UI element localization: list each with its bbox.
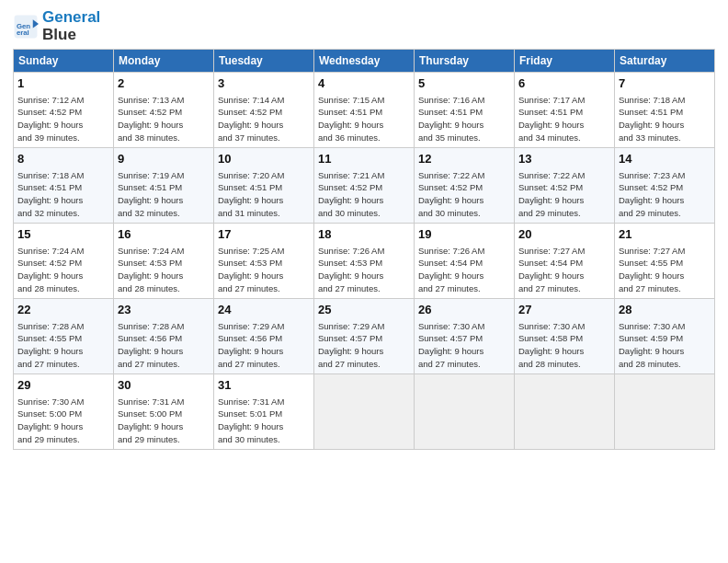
day-number: 20 <box>518 226 610 243</box>
calendar-day-cell: 30Sunrise: 7:31 AMSunset: 5:00 PMDayligh… <box>114 374 214 450</box>
calendar-day-cell: 18Sunrise: 7:26 AMSunset: 4:53 PMDayligh… <box>314 224 415 299</box>
weekday-header-cell: Friday <box>515 50 615 73</box>
weekday-header-cell: Tuesday <box>214 50 314 73</box>
day-info: Sunrise: 7:22 AMSunset: 4:52 PMDaylight:… <box>518 169 610 220</box>
calendar-day-cell: 12Sunrise: 7:22 AMSunset: 4:52 PMDayligh… <box>415 148 515 224</box>
day-info: Sunrise: 7:23 AMSunset: 4:52 PMDaylight:… <box>619 169 711 220</box>
day-info: Sunrise: 7:29 AMSunset: 4:56 PMDaylight:… <box>218 320 310 371</box>
day-number: 26 <box>418 302 510 318</box>
calendar-day-cell: 25Sunrise: 7:29 AMSunset: 4:57 PMDayligh… <box>314 299 415 374</box>
day-number: 10 <box>218 151 310 167</box>
calendar-body: 1Sunrise: 7:12 AMSunset: 4:52 PMDaylight… <box>14 73 715 450</box>
calendar-day-cell: 5Sunrise: 7:16 AMSunset: 4:51 PMDaylight… <box>415 73 515 148</box>
day-info: Sunrise: 7:30 AMSunset: 4:58 PMDaylight:… <box>518 320 610 371</box>
day-number: 17 <box>218 226 310 243</box>
day-number: 12 <box>418 151 510 167</box>
calendar-day-cell: 28Sunrise: 7:30 AMSunset: 4:59 PMDayligh… <box>615 299 715 374</box>
day-number: 19 <box>418 226 510 243</box>
day-info: Sunrise: 7:27 AMSunset: 4:55 PMDaylight:… <box>619 245 711 295</box>
day-info: Sunrise: 7:30 AMSunset: 5:00 PMDaylight:… <box>17 396 109 446</box>
calendar-day-cell: 23Sunrise: 7:28 AMSunset: 4:56 PMDayligh… <box>114 299 214 374</box>
day-info: Sunrise: 7:26 AMSunset: 4:53 PMDaylight:… <box>318 245 410 295</box>
day-number: 5 <box>418 75 510 92</box>
day-info: Sunrise: 7:24 AMSunset: 4:53 PMDaylight:… <box>118 245 210 295</box>
day-number: 24 <box>218 302 310 318</box>
calendar-day-cell: 8Sunrise: 7:18 AMSunset: 4:51 PMDaylight… <box>14 148 114 224</box>
day-info: Sunrise: 7:17 AMSunset: 4:51 PMDaylight:… <box>518 94 610 144</box>
calendar-day-cell: 10Sunrise: 7:20 AMSunset: 4:51 PMDayligh… <box>214 148 314 224</box>
weekday-header-row: SundayMondayTuesdayWednesdayThursdayFrid… <box>14 50 715 73</box>
day-number: 22 <box>17 302 109 318</box>
calendar-week-row: 29Sunrise: 7:30 AMSunset: 5:00 PMDayligh… <box>14 374 715 450</box>
calendar-day-cell: 20Sunrise: 7:27 AMSunset: 4:54 PMDayligh… <box>515 224 615 299</box>
day-number: 21 <box>619 226 711 243</box>
calendar-day-cell: 31Sunrise: 7:31 AMSunset: 5:01 PMDayligh… <box>214 374 314 450</box>
logo-icon: Gen eral <box>13 14 39 40</box>
calendar-week-row: 22Sunrise: 7:28 AMSunset: 4:55 PMDayligh… <box>14 299 715 374</box>
weekday-header-cell: Thursday <box>415 50 515 73</box>
day-number: 31 <box>218 377 310 394</box>
calendar-day-cell: 9Sunrise: 7:19 AMSunset: 4:51 PMDaylight… <box>114 148 214 224</box>
calendar-week-row: 15Sunrise: 7:24 AMSunset: 4:52 PMDayligh… <box>14 224 715 299</box>
header: Gen eral General Blue <box>13 9 715 43</box>
calendar-day-cell: 22Sunrise: 7:28 AMSunset: 4:55 PMDayligh… <box>14 299 114 374</box>
day-info: Sunrise: 7:15 AMSunset: 4:51 PMDaylight:… <box>318 94 410 144</box>
calendar-day-cell: 26Sunrise: 7:30 AMSunset: 4:57 PMDayligh… <box>415 299 515 374</box>
calendar-day-cell: 16Sunrise: 7:24 AMSunset: 4:53 PMDayligh… <box>114 224 214 299</box>
calendar-day-cell: 3Sunrise: 7:14 AMSunset: 4:52 PMDaylight… <box>214 73 314 148</box>
day-number: 23 <box>118 302 210 318</box>
day-info: Sunrise: 7:31 AMSunset: 5:01 PMDaylight:… <box>218 396 310 446</box>
day-info: Sunrise: 7:19 AMSunset: 4:51 PMDaylight:… <box>118 169 210 220</box>
day-number: 28 <box>619 302 711 318</box>
calendar-day-cell: 1Sunrise: 7:12 AMSunset: 4:52 PMDaylight… <box>14 73 114 148</box>
weekday-header-cell: Saturday <box>615 50 715 73</box>
calendar-day-cell: 4Sunrise: 7:15 AMSunset: 4:51 PMDaylight… <box>314 73 415 148</box>
day-number: 8 <box>17 151 109 167</box>
day-number: 13 <box>518 151 610 167</box>
svg-text:eral: eral <box>17 29 29 37</box>
day-number: 9 <box>118 151 210 167</box>
day-info: Sunrise: 7:14 AMSunset: 4:52 PMDaylight:… <box>218 94 310 144</box>
day-info: Sunrise: 7:30 AMSunset: 4:57 PMDaylight:… <box>418 320 510 371</box>
logo-text: General Blue <box>42 9 100 43</box>
calendar-day-cell: 21Sunrise: 7:27 AMSunset: 4:55 PMDayligh… <box>615 224 715 299</box>
day-number: 25 <box>318 302 410 318</box>
day-info: Sunrise: 7:31 AMSunset: 5:00 PMDaylight:… <box>118 396 210 446</box>
day-number: 15 <box>17 226 109 243</box>
day-number: 27 <box>518 302 610 318</box>
calendar-day-cell: 13Sunrise: 7:22 AMSunset: 4:52 PMDayligh… <box>515 148 615 224</box>
day-info: Sunrise: 7:22 AMSunset: 4:52 PMDaylight:… <box>418 169 510 220</box>
day-info: Sunrise: 7:25 AMSunset: 4:53 PMDaylight:… <box>218 245 310 295</box>
calendar-day-cell: 2Sunrise: 7:13 AMSunset: 4:52 PMDaylight… <box>114 73 214 148</box>
day-number: 16 <box>118 226 210 243</box>
day-info: Sunrise: 7:28 AMSunset: 4:55 PMDaylight:… <box>17 320 109 371</box>
day-info: Sunrise: 7:27 AMSunset: 4:54 PMDaylight:… <box>518 245 610 295</box>
day-info: Sunrise: 7:16 AMSunset: 4:51 PMDaylight:… <box>418 94 510 144</box>
weekday-header-cell: Monday <box>114 50 214 73</box>
calendar-day-cell: 17Sunrise: 7:25 AMSunset: 4:53 PMDayligh… <box>214 224 314 299</box>
day-number: 14 <box>619 151 711 167</box>
calendar-day-cell: 24Sunrise: 7:29 AMSunset: 4:56 PMDayligh… <box>214 299 314 374</box>
weekday-header-cell: Sunday <box>14 50 114 73</box>
calendar-table: SundayMondayTuesdayWednesdayThursdayFrid… <box>13 49 715 450</box>
calendar-day-cell <box>314 374 415 450</box>
day-info: Sunrise: 7:18 AMSunset: 4:51 PMDaylight:… <box>619 94 711 144</box>
day-number: 4 <box>318 75 410 92</box>
calendar-day-cell: 27Sunrise: 7:30 AMSunset: 4:58 PMDayligh… <box>515 299 615 374</box>
day-info: Sunrise: 7:20 AMSunset: 4:51 PMDaylight:… <box>218 169 310 220</box>
calendar-day-cell: 19Sunrise: 7:26 AMSunset: 4:54 PMDayligh… <box>415 224 515 299</box>
calendar-day-cell <box>515 374 615 450</box>
day-number: 7 <box>619 75 711 92</box>
day-info: Sunrise: 7:30 AMSunset: 4:59 PMDaylight:… <box>619 320 711 371</box>
day-info: Sunrise: 7:18 AMSunset: 4:51 PMDaylight:… <box>17 169 109 220</box>
page-container: Gen eral General Blue SundayMondayTuesda… <box>0 0 728 457</box>
day-info: Sunrise: 7:26 AMSunset: 4:54 PMDaylight:… <box>418 245 510 295</box>
day-number: 29 <box>17 377 109 394</box>
day-number: 1 <box>17 75 109 92</box>
day-number: 11 <box>318 151 410 167</box>
day-number: 2 <box>118 75 210 92</box>
calendar-day-cell: 11Sunrise: 7:21 AMSunset: 4:52 PMDayligh… <box>314 148 415 224</box>
day-info: Sunrise: 7:29 AMSunset: 4:57 PMDaylight:… <box>318 320 410 371</box>
logo: Gen eral General Blue <box>13 9 100 43</box>
day-number: 6 <box>518 75 610 92</box>
